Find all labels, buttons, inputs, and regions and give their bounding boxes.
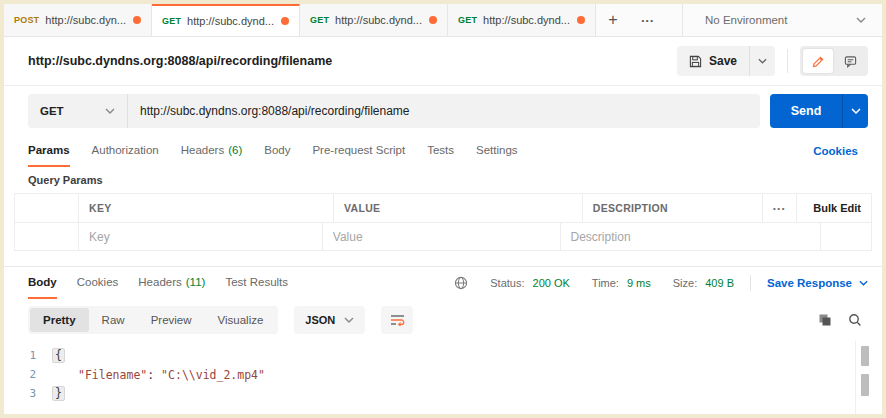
tab-authorization[interactable]: Authorization	[92, 135, 159, 167]
url-input[interactable]	[128, 94, 760, 128]
response-tab-test-results[interactable]: Test Results	[225, 267, 288, 299]
chevron-down-icon	[758, 58, 767, 64]
code-line: 3 }	[4, 384, 882, 403]
postman-window: POST http://subc.dyn... GET http://subc.…	[0, 0, 886, 418]
copy-icon	[818, 313, 832, 327]
divider	[750, 275, 751, 291]
save-label: Save	[709, 54, 737, 68]
bulk-edit-button[interactable]: Bulk Edit	[813, 202, 861, 214]
send-options-button[interactable]	[842, 94, 868, 128]
divider	[855, 341, 856, 414]
search-button[interactable]	[848, 313, 862, 327]
url-row: GET Send	[4, 86, 882, 135]
copy-button[interactable]	[818, 313, 832, 327]
chevron-down-icon	[856, 17, 866, 23]
request-tab-2-active[interactable]: GET http://subc.dynd...	[152, 4, 300, 36]
scrollbar-thumb[interactable]	[861, 374, 869, 396]
save-button[interactable]: Save	[677, 46, 749, 76]
view-mode-segmented-control: Pretty Raw Preview Visualize	[28, 306, 278, 334]
request-section-tabs: Params Authorization Headers(6) Body Pre…	[4, 135, 882, 167]
url-box: GET	[28, 94, 760, 128]
environment-label: No Environment	[705, 14, 787, 26]
method-value: GET	[40, 105, 64, 117]
new-tab-button[interactable]: +	[596, 4, 630, 36]
column-header-value: VALUE	[334, 194, 583, 222]
response-tab-body[interactable]: Body	[28, 267, 57, 299]
row-handle-cell	[15, 194, 79, 222]
table-header-row: KEY VALUE DESCRIPTION ••• Bulk Edit	[15, 194, 871, 222]
send-button[interactable]: Send	[770, 94, 868, 128]
line-number[interactable]: 1	[4, 349, 52, 362]
request-tab-3[interactable]: GET http://subc.dynd...	[300, 4, 448, 36]
line-number[interactable]: 3	[4, 387, 52, 400]
method-badge: GET	[458, 15, 477, 25]
wrap-text-icon	[390, 314, 405, 326]
tab-url: http://subc.dyn...	[45, 14, 127, 26]
save-response-button[interactable]: Save Response	[767, 277, 868, 289]
chevron-down-icon	[851, 108, 861, 114]
tab-tests[interactable]: Tests	[427, 135, 454, 167]
unsaved-dot-icon	[281, 17, 289, 25]
tab-url: http://subc.dynd...	[483, 14, 571, 26]
tab-options-icon[interactable]: •••	[630, 4, 666, 36]
line-number[interactable]: 2	[4, 368, 52, 381]
view-pretty[interactable]: Pretty	[30, 308, 89, 332]
save-button-group: Save	[677, 46, 775, 76]
cookies-link[interactable]: Cookies	[813, 135, 858, 167]
column-header-description: DESCRIPTION	[583, 194, 763, 222]
response-tab-headers[interactable]: Headers(11)	[138, 267, 205, 299]
response-body-editor[interactable]: 1 { 2 "Filename": "C:\\vid_2.mp4" 3 }	[4, 341, 882, 414]
save-options-button[interactable]	[749, 46, 775, 76]
method-badge: GET	[310, 15, 329, 25]
response-tab-cookies[interactable]: Cookies	[77, 267, 119, 299]
time-value: 9 ms	[627, 277, 651, 289]
time-label: Time:	[592, 277, 619, 289]
view-visualize[interactable]: Visualize	[205, 308, 277, 332]
edit-button[interactable]	[803, 49, 833, 73]
edit-comment-toggle	[800, 46, 868, 76]
tab-body[interactable]: Body	[264, 135, 290, 167]
method-badge: GET	[162, 16, 181, 26]
request-tab-4[interactable]: GET http://subc.dynd...	[448, 4, 596, 36]
params-options-icon[interactable]: •••	[773, 204, 786, 213]
request-tab-1[interactable]: POST http://subc.dyn...	[4, 4, 152, 36]
format-dropdown[interactable]: JSON	[294, 306, 365, 334]
tab-settings[interactable]: Settings	[476, 135, 518, 167]
unsaved-dot-icon	[577, 16, 585, 24]
chevron-down-icon	[859, 280, 868, 286]
format-value: JSON	[305, 314, 335, 326]
send-label: Send	[770, 94, 842, 128]
scrollbar-thumb[interactable]	[861, 346, 869, 366]
tab-headers[interactable]: Headers(6)	[181, 135, 243, 167]
method-dropdown[interactable]: GET	[28, 94, 128, 128]
response-meta: Status: 200 OK Time: 9 ms Size: 409 B Sa…	[454, 267, 868, 299]
param-key-input[interactable]	[89, 230, 312, 244]
param-description-input[interactable]	[571, 230, 810, 244]
request-tab-bar: POST http://subc.dyn... GET http://subc.…	[4, 4, 882, 37]
section-divider	[4, 251, 882, 267]
status-label: Status:	[490, 277, 524, 289]
view-preview[interactable]: Preview	[138, 308, 205, 332]
view-raw[interactable]: Raw	[89, 308, 138, 332]
tab-params[interactable]: Params	[28, 135, 70, 167]
param-value-input[interactable]	[333, 230, 550, 244]
table-row	[15, 222, 871, 250]
response-headers-count: (11)	[186, 276, 206, 288]
environment-selector[interactable]: No Environment	[682, 4, 882, 36]
pencil-icon	[812, 55, 825, 68]
comment-icon	[844, 55, 857, 68]
code-line: 2 "Filename": "C:\\vid_2.mp4"	[4, 365, 882, 384]
chevron-down-icon	[105, 108, 115, 114]
row-handle-cell	[15, 223, 79, 250]
globe-icon	[454, 276, 468, 290]
open-brace: {	[52, 348, 65, 363]
wrap-lines-button[interactable]	[381, 306, 413, 334]
comments-button[interactable]	[835, 49, 865, 73]
request-title-row: http://subc.dyndns.org:8088/api/recordin…	[4, 37, 882, 86]
unsaved-dot-icon	[133, 16, 141, 24]
tab-url: http://subc.dynd...	[187, 15, 275, 27]
chevron-down-icon	[344, 317, 354, 323]
tab-pre-request-script[interactable]: Pre-request Script	[312, 135, 405, 167]
size-value: 409 B	[705, 277, 734, 289]
status-value: 200 OK	[533, 277, 570, 289]
